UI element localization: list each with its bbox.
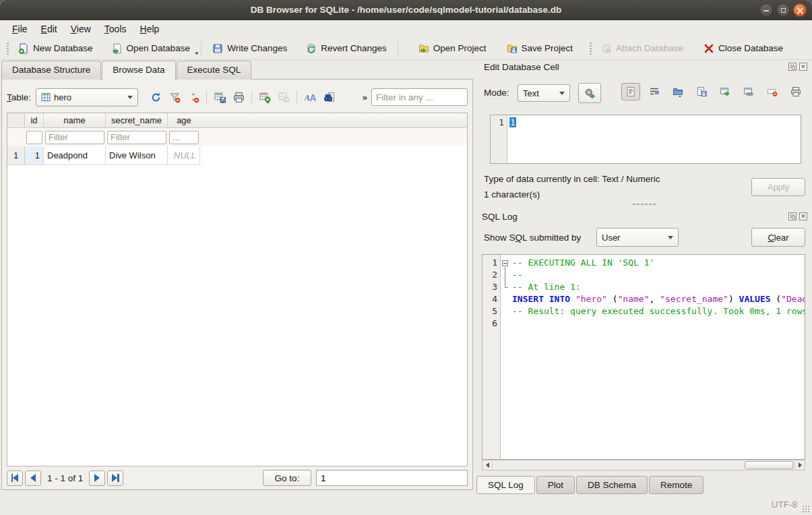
attach-database-button: Attach Database	[596, 40, 689, 57]
previous-record-button[interactable]	[25, 471, 41, 486]
sql-log-gutter: 1 2 3 4 5 6	[482, 255, 501, 459]
minimize-button[interactable]	[759, 3, 773, 17]
close-panel-icon[interactable]: ✕	[799, 212, 807, 220]
write-changes-icon	[212, 43, 223, 54]
write-changes-button[interactable]: Write Changes	[207, 40, 292, 57]
print-cell-button[interactable]	[786, 83, 805, 100]
tab-db-schema[interactable]: DB Schema	[576, 476, 648, 494]
scroll-right-arrow[interactable]	[794, 461, 805, 469]
find-in-table-button[interactable]	[319, 88, 338, 106]
chevron-down-icon	[668, 236, 673, 239]
tab-database-structure[interactable]: Database Structure	[1, 61, 101, 80]
new-database-button[interactable]: New Database	[13, 40, 98, 57]
clear-log-button[interactable]: Clear	[751, 228, 805, 247]
auto-format-button[interactable]	[578, 83, 601, 103]
grid-corner-header[interactable]	[7, 113, 25, 127]
scrollbar-thumb[interactable]	[745, 461, 793, 469]
tab-sql-log[interactable]: SQL Log	[476, 476, 535, 494]
import-data-button[interactable]	[668, 83, 687, 100]
first-record-button[interactable]	[7, 471, 23, 486]
edit-cell-toolbar	[621, 83, 805, 100]
cell-type-info: Type of data currently in cell: Text / N…	[484, 174, 660, 184]
sql-submitter-selector[interactable]: User	[596, 228, 679, 247]
toolbar-overflow-chevron[interactable]: »	[363, 92, 367, 102]
export-data-button[interactable]	[692, 83, 711, 100]
close-button[interactable]	[793, 3, 807, 17]
menu-view[interactable]: View	[64, 22, 98, 36]
sql-log-view[interactable]: 1 2 3 4 5 6 -- EXECUTING ALL IN 'SQL 1' …	[482, 254, 805, 460]
last-record-button[interactable]	[107, 471, 123, 486]
goto-button[interactable]: Go to:	[263, 470, 311, 486]
column-header-age[interactable]: age	[168, 113, 200, 127]
fold-collapse-icon[interactable]	[502, 260, 508, 266]
menu-help[interactable]: Help	[133, 22, 166, 36]
tab-browse-data[interactable]: Browse Data	[102, 61, 175, 80]
window-title: DB Browser for SQLite - /home/user/code/…	[0, 0, 812, 20]
cell-secret-name[interactable]: Dive Wilson	[106, 146, 168, 165]
open-database-dropdown-caret[interactable]	[195, 52, 199, 55]
mode-selector[interactable]: Text	[518, 84, 570, 102]
close-panel-icon[interactable]: ✕	[799, 63, 807, 71]
maximize-button[interactable]	[776, 3, 790, 17]
refresh-button[interactable]	[146, 88, 165, 106]
tab-remote[interactable]: Remote	[649, 476, 704, 494]
grid-header-row: id name secret_name age	[7, 113, 467, 128]
cell-id[interactable]: 1	[25, 146, 44, 165]
grid-filter-row	[7, 128, 467, 146]
set-null-button[interactable]	[763, 83, 782, 100]
word-wrap-button[interactable]	[645, 83, 664, 100]
resize-grip[interactable]	[802, 505, 810, 513]
attach-database-icon	[601, 43, 612, 54]
revert-changes-button[interactable]: Revert Changes	[301, 40, 392, 57]
filter-input-age[interactable]	[169, 131, 199, 144]
table-selector[interactable]: hero	[36, 88, 138, 107]
text-mode-button[interactable]	[621, 83, 640, 100]
goto-input[interactable]	[316, 470, 468, 486]
chevron-down-icon	[127, 96, 133, 99]
previous-record-icon	[30, 474, 36, 482]
save-table-button[interactable]	[210, 88, 229, 106]
sql-log-horizontal-scrollbar[interactable]	[482, 460, 805, 471]
new-database-icon	[18, 43, 29, 54]
open-in-external-button[interactable]	[716, 83, 735, 100]
open-database-button[interactable]: Open Database	[106, 40, 196, 57]
set-null-icon	[767, 86, 778, 97]
browse-data-panel: Database Structure Browse Data Execute S…	[0, 60, 475, 494]
clear-sort-icon	[188, 92, 199, 103]
filter-input-id[interactable]	[26, 131, 42, 144]
cell-editor[interactable]: 1 1	[490, 115, 801, 164]
tab-execute-sql[interactable]: Execute SQL	[177, 61, 252, 80]
clear-filters-button[interactable]	[165, 88, 184, 106]
cell-name[interactable]: Deadpond	[44, 146, 106, 165]
menu-edit[interactable]: Edit	[34, 22, 64, 36]
delete-record-icon	[278, 92, 290, 103]
scroll-left-arrow[interactable]	[482, 461, 493, 469]
fold-margin	[501, 255, 511, 459]
toolbar-handle	[6, 42, 9, 55]
tab-plot[interactable]: Plot	[536, 476, 575, 494]
save-project-button[interactable]: Save Project	[501, 40, 579, 57]
filter-input-secret-name[interactable]	[107, 131, 166, 144]
insert-record-button[interactable]	[255, 88, 274, 106]
float-panel-icon[interactable]	[788, 63, 797, 71]
print-table-button[interactable]	[229, 88, 248, 106]
float-panel-icon[interactable]	[788, 212, 797, 220]
dock-splitter-handle[interactable]	[632, 203, 656, 206]
column-header-id[interactable]: id	[25, 113, 44, 127]
menu-file[interactable]: File	[5, 22, 34, 36]
menu-tools[interactable]: Tools	[98, 22, 133, 36]
open-project-button[interactable]: Open Project	[413, 40, 492, 57]
row-header[interactable]: 1	[7, 146, 25, 165]
browse-controls-row: Table: hero	[7, 88, 468, 107]
column-header-secret-name[interactable]: secret_name	[106, 113, 168, 127]
filter-any-column-input[interactable]	[371, 88, 468, 106]
next-record-button[interactable]	[89, 471, 105, 486]
column-header-name[interactable]: name	[44, 113, 106, 127]
copy-link-button[interactable]	[739, 83, 758, 100]
font-settings-button[interactable]: AA	[301, 88, 319, 106]
close-database-button[interactable]: Close Database	[698, 40, 788, 57]
cell-age[interactable]: NULL	[168, 146, 200, 165]
cell-editor-gutter: 1	[491, 115, 507, 163]
clear-sorting-button[interactable]	[184, 88, 203, 106]
filter-input-name[interactable]	[45, 131, 104, 144]
